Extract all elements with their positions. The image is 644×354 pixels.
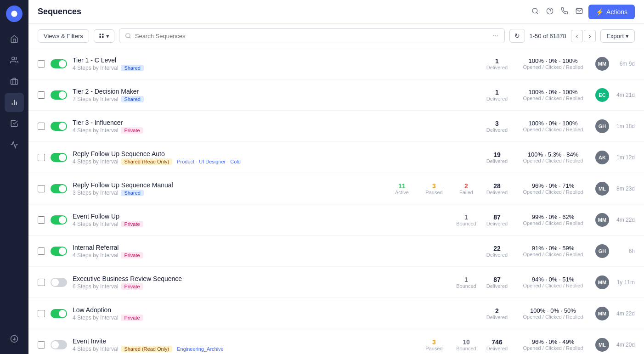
table-row: Reply Follow Up Sequence Manual 3 Steps … bbox=[28, 173, 644, 204]
rates-labels: Opened / Clicked / Replied bbox=[516, 283, 590, 288]
row-checkbox[interactable] bbox=[38, 123, 45, 130]
seq-badge: Shared (Read Only) bbox=[121, 158, 172, 165]
sequence-toggle[interactable] bbox=[51, 340, 67, 349]
sidebar-item-analytics[interactable] bbox=[5, 135, 24, 154]
rates-block: 94% · 0% · 51% Opened / Clicked / Replie… bbox=[516, 276, 590, 288]
sequence-name: Executive Business Review Sequence bbox=[73, 275, 449, 282]
table-row: Event Invite 4 Steps by Interval Shared … bbox=[28, 329, 644, 354]
phone-icon[interactable] bbox=[561, 7, 568, 17]
email-icon[interactable] bbox=[576, 7, 583, 17]
tag-link[interactable]: Engineering_Archive bbox=[177, 346, 224, 352]
table-row: Low Adoption 4 Steps by Interval Private… bbox=[28, 298, 644, 329]
time-ago: 1m 18d bbox=[615, 123, 635, 129]
row-checkbox[interactable] bbox=[38, 154, 45, 161]
delivered-count: 746 bbox=[483, 338, 511, 346]
row-checkbox[interactable] bbox=[38, 60, 45, 67]
sequence-info: Event Invite 4 Steps by Interval Shared … bbox=[73, 337, 417, 352]
rates-block: 100% · 5.3% · 84% Opened / Clicked / Rep… bbox=[516, 151, 590, 163]
delivered-label: Delivered bbox=[483, 315, 511, 320]
seq-badge: Shared bbox=[121, 65, 143, 71]
sidebar-item-briefcase[interactable] bbox=[5, 72, 24, 91]
sequence-toggle[interactable] bbox=[51, 215, 67, 225]
sequence-toggle[interactable] bbox=[51, 90, 67, 100]
rates-values: 100% · 0% · 50% bbox=[516, 307, 590, 314]
sequence-toggle[interactable] bbox=[51, 153, 67, 162]
seq-badge: Private bbox=[121, 315, 143, 321]
seq-badge: Shared (Read Only) bbox=[121, 346, 172, 352]
sequence-toggle[interactable] bbox=[51, 278, 67, 287]
search-input[interactable] bbox=[135, 33, 489, 39]
sequence-toggle[interactable] bbox=[51, 309, 67, 318]
row-checkbox[interactable] bbox=[38, 279, 45, 286]
delivered-label: Delivered bbox=[483, 252, 511, 258]
sequence-toggle[interactable] bbox=[51, 184, 67, 193]
page-header: Sequences ⚡ Actions bbox=[28, 0, 644, 24]
app-logo[interactable] bbox=[6, 6, 23, 22]
row-checkbox[interactable] bbox=[38, 185, 45, 192]
sidebar-item-download[interactable] bbox=[5, 329, 24, 348]
delivered-block: 2 Delivered bbox=[483, 307, 511, 320]
avatar: EC bbox=[595, 88, 609, 102]
sequence-info: Reply Follow Up Sequence Auto 4 Steps by… bbox=[73, 150, 472, 165]
next-page-button[interactable]: › bbox=[584, 30, 596, 42]
refresh-button[interactable]: ↻ bbox=[509, 29, 525, 43]
avatar: MM bbox=[595, 213, 609, 227]
tag-link[interactable]: Cold bbox=[230, 159, 241, 164]
svg-point-1 bbox=[12, 57, 15, 60]
avatar: GH bbox=[595, 244, 609, 258]
delivered-block: 87 Delivered bbox=[483, 214, 511, 226]
row-checkbox[interactable] bbox=[38, 91, 45, 99]
sequence-meta: 4 Steps by Interval Private bbox=[73, 252, 472, 258]
rates-values: 100% · 5.3% · 84% bbox=[516, 151, 590, 158]
grid-view-button[interactable]: ▾ bbox=[94, 29, 114, 43]
delivered-block: 1 Delivered bbox=[483, 57, 511, 70]
seq-steps: 4 Steps by Interval bbox=[73, 346, 118, 352]
tag-link[interactable]: UI Designer bbox=[199, 159, 226, 164]
delivered-label: Delivered bbox=[483, 96, 511, 101]
row-checkbox[interactable] bbox=[38, 216, 45, 224]
avatar: MM bbox=[595, 57, 609, 71]
help-icon[interactable] bbox=[546, 7, 554, 17]
svg-rect-2 bbox=[11, 79, 18, 84]
rates-labels: Opened / Clicked / Replied bbox=[516, 96, 590, 101]
lightning-icon: ⚡ bbox=[596, 8, 604, 16]
row-checkbox[interactable] bbox=[38, 310, 45, 317]
toggle-knob bbox=[51, 341, 59, 348]
svg-point-16 bbox=[125, 34, 130, 38]
seq-steps: 3 Steps by Interval bbox=[73, 190, 118, 196]
svg-rect-12 bbox=[99, 34, 101, 36]
sequence-meta: 4 Steps by Interval Shared (Read Only) P… bbox=[73, 158, 472, 165]
stat-bounced: 1 Bounced bbox=[455, 276, 478, 289]
delivered-count: 87 bbox=[483, 214, 511, 221]
sidebar-item-check[interactable] bbox=[5, 114, 24, 133]
search-icon[interactable] bbox=[531, 7, 539, 17]
sidebar-item-home[interactable] bbox=[5, 29, 24, 49]
rates-values: 96% · 0% · 49% bbox=[516, 338, 590, 345]
more-options-icon[interactable]: ··· bbox=[492, 32, 498, 40]
seq-badge: Private bbox=[121, 127, 143, 134]
stat-paused: 3 Paused bbox=[423, 338, 446, 351]
sequence-toggle[interactable] bbox=[51, 122, 67, 131]
delivered-block: 87 Delivered bbox=[483, 276, 511, 289]
sidebar-item-contacts[interactable] bbox=[5, 51, 24, 70]
export-button[interactable]: Export ▾ bbox=[600, 29, 635, 43]
row-checkbox[interactable] bbox=[38, 247, 45, 255]
sidebar bbox=[0, 0, 28, 354]
row-checkbox[interactable] bbox=[38, 341, 45, 348]
actions-button[interactable]: ⚡ Actions bbox=[588, 5, 635, 19]
svg-rect-15 bbox=[102, 36, 104, 38]
sequence-toggle[interactable] bbox=[51, 59, 67, 68]
rates-values: 91% · 0% · 59% bbox=[516, 245, 590, 252]
seq-steps: 6 Steps by Interval bbox=[73, 283, 118, 290]
sidebar-item-chart[interactable] bbox=[5, 93, 24, 112]
views-filters-button[interactable]: Views & Filters bbox=[38, 29, 89, 43]
time-ago: 8m 23d bbox=[615, 185, 635, 192]
table-row: Tier 1 - C Level 4 Steps by Interval Sha… bbox=[28, 48, 644, 79]
sequence-toggle[interactable] bbox=[51, 247, 67, 256]
delivered-block: 28 Delivered bbox=[483, 182, 511, 195]
tag-link[interactable]: Product bbox=[177, 159, 194, 164]
prev-page-button[interactable]: ‹ bbox=[571, 30, 583, 42]
delivered-count: 2 bbox=[483, 307, 511, 315]
delivered-count: 1 bbox=[483, 57, 511, 65]
sequence-info: Tier 2 - Decision Maker 7 Steps by Inter… bbox=[73, 88, 472, 102]
